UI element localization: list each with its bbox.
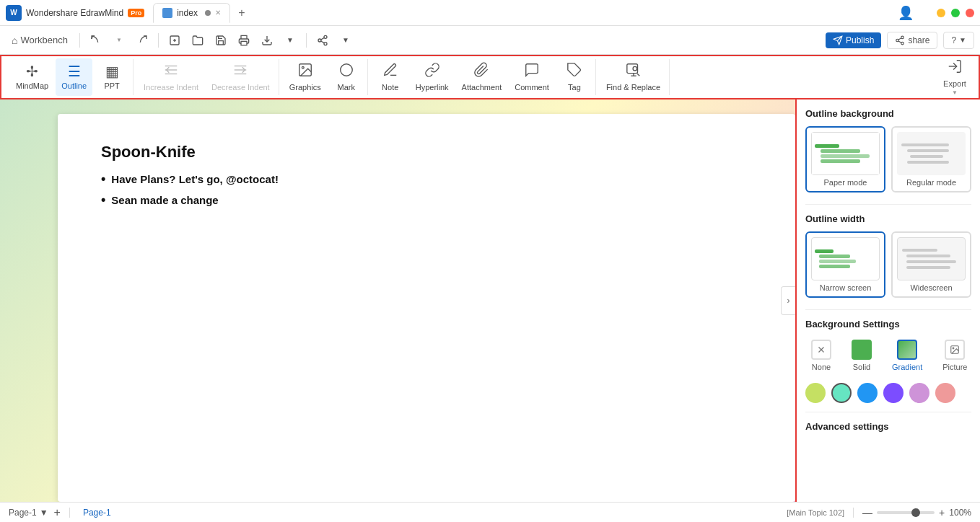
- color-swatch-3[interactable]: [857, 383, 878, 403]
- export-btn[interactable]: Export ▼: [937, 58, 973, 96]
- color-swatch-6[interactable]: [935, 383, 955, 403]
- tab-close-btn[interactable]: ✕: [215, 9, 221, 17]
- ribbon-view-group: ✢ MindMap ☰ Outline ▦ PPT: [7, 59, 134, 95]
- bullet-item-1: • Have Plans? Let's go, @octocat!: [101, 173, 752, 187]
- export-dropdown-arrow[interactable]: ▼: [280, 30, 300, 50]
- panel-divider-1: [805, 204, 971, 205]
- undo-btn[interactable]: [86, 30, 106, 50]
- help-dropdown-arrow: ▼: [959, 36, 966, 44]
- decrease-indent-btn[interactable]: Decrease Indent: [206, 58, 276, 96]
- preview-bar-1: [815, 144, 839, 148]
- reg-line-4: [907, 161, 949, 164]
- zoom-slider[interactable]: [877, 511, 935, 514]
- bg-solid-btn[interactable]: Solid: [846, 337, 878, 374]
- avatar-icon[interactable]: 👤: [898, 5, 914, 21]
- add-page-btn[interactable]: +: [54, 506, 61, 519]
- panel-toggle-btn[interactable]: ›: [781, 286, 795, 315]
- ribbon-indent-group: Increase Indent Decrease Indent: [135, 59, 279, 95]
- minimize-btn[interactable]: [937, 9, 945, 17]
- active-tab[interactable]: index ✕: [153, 3, 230, 23]
- publish-label: Publish: [846, 35, 874, 45]
- status-sep-2: [853, 508, 854, 518]
- mark-btn[interactable]: Mark: [328, 58, 364, 96]
- help-label: ?: [951, 35, 956, 45]
- svg-point-25: [340, 64, 352, 76]
- zoom-minus-btn[interactable]: —: [862, 507, 872, 518]
- bg-solid-icon: [852, 340, 872, 360]
- save-btn[interactable]: [211, 30, 231, 50]
- zoom-slider-thumb[interactable]: [911, 508, 920, 517]
- advanced-settings-title: Advanced settings: [805, 421, 971, 432]
- zoom-controls: — + 100%: [862, 507, 971, 518]
- home-icon: ⌂: [12, 35, 17, 46]
- note-label: Note: [382, 83, 398, 92]
- hyperlink-btn[interactable]: Hyperlink: [410, 58, 455, 96]
- add-tab-btn[interactable]: +: [233, 4, 250, 22]
- workbench-button[interactable]: ⌂ Workbench: [6, 32, 74, 49]
- color-swatch-2[interactable]: [831, 383, 852, 403]
- export-dropdown-btn[interactable]: [257, 30, 277, 50]
- comment-btn[interactable]: Comment: [509, 58, 555, 96]
- share-label: share: [908, 35, 929, 45]
- tag-icon: [566, 62, 582, 81]
- publish-button[interactable]: Publish: [826, 32, 881, 48]
- undo-dropdown-btn[interactable]: ▼: [109, 30, 129, 50]
- print-btn[interactable]: [234, 30, 254, 50]
- narrow-bar-4: [819, 265, 850, 268]
- svg-line-8: [321, 41, 325, 43]
- note-icon: [382, 62, 398, 81]
- narrow-screen-card[interactable]: Narrow screen: [805, 231, 885, 298]
- color-swatch-5[interactable]: [909, 383, 929, 403]
- attachment-btn[interactable]: Attachment: [456, 58, 508, 96]
- bullet-dot-1: •: [101, 172, 105, 187]
- bg-picture-btn[interactable]: Picture: [937, 337, 973, 374]
- toolbar-sep-3: [306, 33, 307, 48]
- graphics-btn[interactable]: Graphics: [284, 58, 327, 96]
- pro-badge: Pro: [128, 9, 144, 17]
- paper-mode-card[interactable]: Paper mode: [805, 126, 885, 193]
- color-swatches: [805, 383, 971, 403]
- tag-btn[interactable]: Tag: [556, 58, 592, 96]
- toolbar-sep-2: [158, 33, 159, 48]
- bg-gradient-icon: [897, 340, 917, 360]
- svg-point-14: [901, 42, 904, 45]
- ribbon: ✢ MindMap ☰ Outline ▦ PPT Increase Inden…: [0, 55, 980, 99]
- mindmap-btn[interactable]: ✢ MindMap: [10, 58, 54, 96]
- ppt-btn[interactable]: ▦ PPT: [94, 58, 130, 96]
- document-title: Spoon-Knife: [101, 143, 752, 162]
- svg-line-15: [898, 40, 901, 42]
- note-btn[interactable]: Note: [372, 58, 408, 96]
- share-button[interactable]: share: [887, 32, 937, 49]
- preview-bar-4: [821, 159, 860, 163]
- increase-indent-btn[interactable]: Increase Indent: [138, 58, 204, 96]
- page-chevron[interactable]: ▼: [40, 508, 48, 518]
- attachment-icon: [473, 62, 489, 81]
- graphics-label: Graphics: [289, 83, 321, 92]
- decrease-indent-icon: [232, 62, 248, 81]
- share-dropdown-btn[interactable]: [312, 30, 333, 50]
- main-topic-label: [Main Topic 102]: [787, 508, 844, 517]
- zoom-plus-btn[interactable]: +: [939, 507, 945, 518]
- widescreen-card[interactable]: Widescreen: [891, 231, 971, 298]
- paper-mode-preview: [811, 132, 880, 175]
- color-swatch-1[interactable]: [805, 383, 826, 403]
- canvas-area[interactable]: Spoon-Knife • Have Plans? Let's go, @oct…: [0, 99, 795, 502]
- open-file-btn[interactable]: [188, 30, 208, 50]
- color-swatch-4[interactable]: [883, 383, 904, 403]
- share-dropdown-arrow[interactable]: ▼: [336, 30, 356, 50]
- status-bar: Page-1 ▼ + Page-1 [Main Topic 102] — + 1…: [0, 502, 980, 522]
- outline-btn[interactable]: ☰ Outline: [56, 58, 92, 96]
- bg-none-btn[interactable]: None: [805, 337, 837, 374]
- find-replace-btn[interactable]: Find & Replace: [600, 58, 666, 96]
- help-button[interactable]: ? ▼: [943, 32, 974, 49]
- bg-gradient-btn[interactable]: Gradient: [886, 337, 928, 374]
- regular-mode-card[interactable]: Regular mode: [891, 126, 971, 193]
- redo-btn[interactable]: [132, 30, 152, 50]
- new-file-btn[interactable]: [165, 30, 185, 50]
- bg-picture-icon: [945, 340, 965, 360]
- page-tab-btn[interactable]: Page-1: [79, 506, 115, 519]
- export-label: Export: [943, 79, 966, 88]
- maximize-btn[interactable]: [951, 9, 960, 17]
- close-btn[interactable]: [966, 9, 974, 17]
- bullet-dot-2: •: [101, 193, 105, 208]
